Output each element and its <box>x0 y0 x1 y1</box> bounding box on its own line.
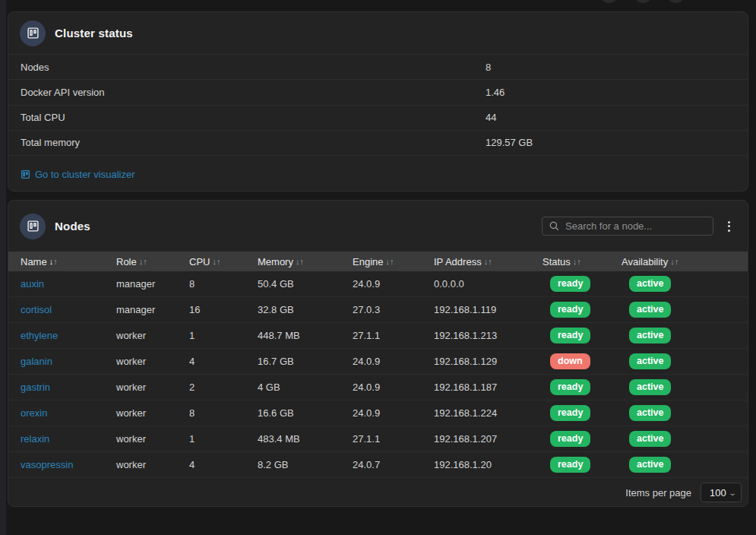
sort-asc-icon: ↑ <box>299 258 304 266</box>
status-badge: down <box>550 353 590 369</box>
cluster-row-value: 44 <box>486 112 496 123</box>
sort-asc-icon: ↑ <box>390 258 394 266</box>
cell-memory: 8.2 GB <box>258 459 353 470</box>
column-header-label: Memory <box>258 256 293 268</box>
cluster-row-label: Total CPU <box>8 112 65 123</box>
cell-role: worker <box>116 330 189 341</box>
cell-ip: 192.168.1.207 <box>434 433 542 445</box>
table-settings-kebab-icon[interactable] <box>724 218 734 235</box>
header-action-button[interactable] <box>600 0 618 3</box>
sort-asc-icon: ↑ <box>143 258 147 266</box>
node-name-link[interactable]: galanin <box>21 356 116 367</box>
cluster-row-value: 129.57 GB <box>486 137 533 148</box>
availability-badge: active <box>629 328 671 343</box>
cell-memory: 448.7 MB <box>258 330 353 341</box>
cell-engine: 27.1.1 <box>353 433 434 445</box>
sort-asc-icon: ↑ <box>488 258 492 266</box>
node-name-link[interactable]: vasopressin <box>21 459 116 470</box>
availability-badge: active <box>629 379 671 395</box>
cell-memory: 16.6 GB <box>258 407 353 419</box>
column-header-status[interactable]: Status↓↑ <box>542 256 622 268</box>
cell-cpu: 4 <box>189 459 258 470</box>
column-header-label: Availability <box>622 256 668 268</box>
status-badge: ready <box>550 276 590 292</box>
node-name-link[interactable]: auxin <box>21 278 116 290</box>
cell-ip: 192.168.1.213 <box>434 330 542 341</box>
column-header-label: Name <box>21 256 47 268</box>
sort-asc-icon: ↑ <box>53 258 58 266</box>
availability-badge: active <box>629 353 671 369</box>
status-badge: ready <box>550 405 590 421</box>
table-header-row: Name↓↑Role↓↑CPU↓↑Memory↓↑Engine↓↑IP Addr… <box>8 252 748 271</box>
column-header-cpu[interactable]: CPU↓↑ <box>189 256 258 268</box>
cluster-status-row: Total memory129.57 GB <box>8 130 748 155</box>
cluster-row-label: Total memory <box>8 137 80 148</box>
sort-asc-icon: ↑ <box>675 258 679 266</box>
cluster-row-label: Nodes <box>8 62 49 73</box>
column-header-memory[interactable]: Memory↓↑ <box>258 256 353 268</box>
cell-cpu: 2 <box>189 381 258 393</box>
cell-cpu: 16 <box>189 304 258 315</box>
cell-role: worker <box>116 381 189 393</box>
column-header-engine[interactable]: Engine↓↑ <box>353 256 434 268</box>
cluster-status-row: Nodes8 <box>8 54 748 79</box>
node-search-input[interactable] <box>542 217 713 236</box>
table-row: ethyleneworker1448.7 MB27.1.1192.168.1.2… <box>8 323 748 349</box>
cell-engine: 24.0.9 <box>353 356 434 367</box>
cell-engine: 24.0.9 <box>353 381 434 393</box>
cell-role: worker <box>116 356 189 367</box>
column-header-label: IP Address <box>434 256 482 268</box>
cell-cpu: 8 <box>189 407 258 419</box>
node-name-link[interactable]: relaxin <box>21 433 116 445</box>
table-row: auxinmanager850.4 GB24.0.90.0.0.0readyac… <box>8 271 748 297</box>
search-icon <box>549 220 559 231</box>
cell-role: worker <box>116 407 189 419</box>
cell-ip: 192.168.1.129 <box>434 356 542 367</box>
nodes-panel-title: Nodes <box>55 220 90 233</box>
column-header-name[interactable]: Name↓↑ <box>21 256 116 268</box>
table-row: relaxinworker1483.4 MB27.1.1192.168.1.20… <box>8 426 748 452</box>
cluster-status-title: Cluster status <box>55 27 133 40</box>
cluster-status-panel: Cluster status Nodes8Docker API version1… <box>8 11 748 192</box>
column-header-role[interactable]: Role↓↑ <box>116 256 189 268</box>
cell-cpu: 8 <box>189 278 258 290</box>
column-header-ip-address[interactable]: IP Address↓↑ <box>434 256 542 268</box>
sort-asc-icon: ↑ <box>217 258 221 266</box>
availability-badge: active <box>629 457 671 473</box>
node-name-link[interactable]: cortisol <box>21 304 116 315</box>
header-action-button[interactable] <box>667 0 685 3</box>
header-action-button[interactable] <box>634 0 652 3</box>
table-row: orexinworker816.6 GB24.0.9192.168.1.224r… <box>8 400 748 426</box>
cell-role: manager <box>116 278 189 290</box>
column-header-availability[interactable]: Availability↓↑ <box>622 256 748 268</box>
status-badge: ready <box>550 302 590 318</box>
status-badge: ready <box>550 328 590 343</box>
cluster-widget-icon <box>20 21 46 46</box>
cell-memory: 483.4 MB <box>258 433 353 445</box>
sort-asc-icon: ↑ <box>577 258 581 266</box>
items-per-page-select[interactable]: 100 ⌄ <box>701 483 742 502</box>
cell-engine: 27.1.1 <box>353 330 434 341</box>
cluster-row-value: 1.46 <box>486 87 505 98</box>
cell-role: worker <box>116 433 189 445</box>
nodes-panel: Nodes Name↓↑Role↓↑CPU↓↑Memory↓↑Engine↓↑I… <box>8 200 748 507</box>
cell-cpu: 4 <box>189 356 258 367</box>
node-name-link[interactable]: ethylene <box>21 330 116 341</box>
column-header-label: Role <box>116 256 137 268</box>
visualizer-link-label: Go to cluster visualizer <box>35 169 135 180</box>
status-badge: ready <box>550 379 590 395</box>
status-badge: ready <box>550 431 590 447</box>
node-name-link[interactable]: gastrin <box>21 381 116 393</box>
status-badge: ready <box>550 457 590 473</box>
cell-memory: 16.7 GB <box>258 356 353 367</box>
items-per-page-label: Items per page <box>625 487 691 499</box>
cell-ip: 192.168.1.20 <box>434 459 542 470</box>
cell-ip: 192.168.1.187 <box>434 381 542 393</box>
node-name-link[interactable]: orexin <box>21 407 116 419</box>
cell-ip: 192.168.1.224 <box>434 407 542 419</box>
column-header-label: Status <box>542 256 571 268</box>
nodes-widget-icon <box>20 214 46 239</box>
header-actions-cutoff <box>0 0 756 3</box>
items-per-page-value: 100 <box>710 487 726 499</box>
go-to-cluster-visualizer-link[interactable]: Go to cluster visualizer <box>21 169 135 180</box>
